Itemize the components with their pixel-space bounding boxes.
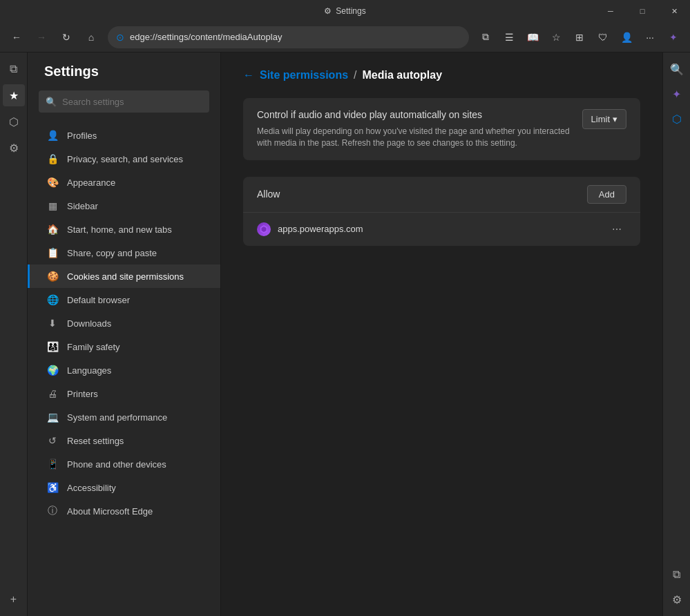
title-text: Settings <box>336 6 365 16</box>
nav-item-appearance[interactable]: 🎨 Appearance <box>28 171 220 194</box>
nav-label-appearance: Appearance <box>67 177 115 188</box>
nav-item-about[interactable]: ⓘ About Microsoft Edge <box>28 499 220 523</box>
toolbar-right-buttons: ⧉ ☰ 📖 ☆ ⊞ 🛡 👤 ··· ✦ <box>475 26 684 48</box>
nav-label-languages: Languages <box>67 365 111 376</box>
phone-icon: 📱 <box>46 458 59 470</box>
edge-logo: ⊙ <box>116 32 124 43</box>
nav-label-system: System and performance <box>67 412 167 423</box>
settings-sidebar: Settings 🔍 👤 Profiles 🔒 Privacy, search,… <box>28 52 221 616</box>
add-site-button[interactable]: Add <box>587 185 626 204</box>
copilot-toolbar-icon[interactable]: ✦ <box>662 26 684 48</box>
downloads-icon: ⬇ <box>46 317 59 329</box>
nav-item-system[interactable]: 💻 System and performance <box>28 405 220 429</box>
profile-icon[interactable]: 👤 <box>615 26 638 48</box>
system-icon: 💻 <box>46 411 59 423</box>
vert-favorites-icon[interactable]: ★ <box>3 84 25 106</box>
vert-tabs-icon[interactable]: ⧉ <box>3 58 25 80</box>
menu-icon[interactable]: ··· <box>639 26 661 48</box>
languages-icon: 🌍 <box>46 364 59 376</box>
limit-label: Limit <box>591 114 610 124</box>
nav-label-family-safety: Family safety <box>67 342 120 352</box>
site-info: apps.powerapps.com <box>257 222 363 236</box>
url-text: edge://settings/content/mediaAutoplay <box>130 32 282 42</box>
control-card-left: Control if audio and video play automati… <box>257 109 571 149</box>
forward-button[interactable]: → <box>30 26 52 48</box>
nav-label-about: About Microsoft Edge <box>67 506 153 517</box>
right-search-icon[interactable]: 🔍 <box>666 58 688 80</box>
search-icon: 🔍 <box>46 97 57 107</box>
browser-content: ⧉ ★ ⬡ ⚙ + Settings 🔍 👤 Profiles 🔒 Privac… <box>0 52 690 616</box>
search-box[interactable]: 🔍 <box>39 90 209 113</box>
search-input[interactable] <box>62 97 202 107</box>
home-button[interactable]: ⌂ <box>80 26 102 48</box>
site-name: apps.powerapps.com <box>278 224 363 234</box>
back-button[interactable]: ← <box>6 26 28 48</box>
nav-item-start-home[interactable]: 🏠 Start, home, and new tabs <box>28 218 220 241</box>
nav-item-downloads[interactable]: ⬇ Downloads <box>28 311 220 335</box>
breadcrumb-current: Media autoplay <box>363 69 443 81</box>
allow-title: Allow <box>257 189 280 200</box>
cookies-icon: 🍪 <box>46 270 59 282</box>
collections-icon[interactable]: ☰ <box>498 26 520 48</box>
main-content: ← Site permissions / Media autoplay Cont… <box>221 52 662 616</box>
split-screen-icon[interactable]: ⧉ <box>475 26 497 48</box>
start-home-icon: 🏠 <box>46 223 59 235</box>
right-copilot-icon[interactable]: ✦ <box>666 83 688 105</box>
right-sidebar-toggle-icon[interactable]: ⧉ <box>666 564 688 586</box>
close-button[interactable]: ✕ <box>658 0 690 22</box>
limit-dropdown-button[interactable]: Limit ▾ <box>582 109 626 129</box>
nav-label-sidebar: Sidebar <box>67 201 98 211</box>
nav-label-default-browser: Default browser <box>67 295 130 305</box>
nav-label-accessibility: Accessibility <box>67 483 116 493</box>
browser-essentials-icon[interactable]: 🛡 <box>592 26 614 48</box>
breadcrumb: ← Site permissions / Media autoplay <box>243 69 640 81</box>
nav-item-accessibility[interactable]: ♿ Accessibility <box>28 476 220 499</box>
nav-label-profiles: Profiles <box>67 131 97 141</box>
nav-item-reset[interactable]: ↺ Reset settings <box>28 429 220 452</box>
vert-add-icon[interactable]: + <box>3 588 25 610</box>
about-icon: ⓘ <box>46 505 59 517</box>
site-row: apps.powerapps.com ⋯ <box>243 213 640 246</box>
minimize-button[interactable]: ─ <box>595 0 626 22</box>
breadcrumb-parent-link[interactable]: Site permissions <box>260 69 348 81</box>
site-more-button[interactable]: ⋯ <box>607 220 626 239</box>
more-icon: ⋯ <box>612 224 622 235</box>
control-description: Media will play depending on how you've … <box>257 126 571 149</box>
nav-item-languages[interactable]: 🌍 Languages <box>28 358 220 382</box>
sidebar-icon: ▦ <box>46 200 59 212</box>
nav-label-printers: Printers <box>67 389 98 399</box>
dropdown-chevron-icon: ▾ <box>613 114 617 124</box>
profiles-icon: 👤 <box>46 129 59 142</box>
nav-item-sidebar[interactable]: ▦ Sidebar <box>28 194 220 218</box>
right-sidebar: 🔍 ✦ ⬡ ⧉ ⚙ <box>662 52 690 616</box>
ebook-icon[interactable]: 📖 <box>521 26 544 48</box>
default-browser-icon: 🌐 <box>46 293 59 306</box>
nav-item-profiles[interactable]: 👤 Profiles <box>28 124 220 147</box>
favorites-icon[interactable]: ☆ <box>545 26 567 48</box>
right-settings-icon[interactable]: ⚙ <box>666 588 688 610</box>
site-favicon <box>257 222 271 236</box>
vert-settings-icon[interactable]: ⚙ <box>3 137 25 159</box>
privacy-icon: 🔒 <box>46 153 59 165</box>
settings-gear-icon: ⚙ <box>324 6 332 16</box>
vert-extensions-icon[interactable]: ⬡ <box>3 110 25 133</box>
maximize-button[interactable]: □ <box>626 0 658 22</box>
nav-item-phone[interactable]: 📱 Phone and other devices <box>28 452 220 476</box>
reset-icon: ↺ <box>46 434 59 447</box>
address-bar[interactable]: ⊙ edge://settings/content/mediaAutoplay <box>108 26 469 48</box>
nav-item-printers[interactable]: 🖨 Printers <box>28 382 220 405</box>
nav-item-default-browser[interactable]: 🌐 Default browser <box>28 288 220 311</box>
breadcrumb-separator: / <box>354 69 356 81</box>
nav-item-share-copy[interactable]: 📋 Share, copy and paste <box>28 241 220 264</box>
nav-item-family-safety[interactable]: 👨‍👩‍👧 Family safety <box>28 335 220 358</box>
title-bar-center: ⚙ Settings <box>324 6 365 16</box>
allow-section: Allow Add apps.powerapps.com ⋯ <box>243 177 640 246</box>
title-bar: ⚙ Settings ─ □ ✕ <box>0 0 690 22</box>
refresh-button[interactable]: ↻ <box>55 26 77 48</box>
collections-btn-icon[interactable]: ⊞ <box>568 26 591 48</box>
right-outlook-icon[interactable]: ⬡ <box>666 108 688 130</box>
nav-item-cookies[interactable]: 🍪 Cookies and site permissions <box>28 264 220 288</box>
breadcrumb-back-button[interactable]: ← <box>243 69 254 81</box>
nav-item-privacy[interactable]: 🔒 Privacy, search, and services <box>28 147 220 171</box>
nav-label-start-home: Start, home, and new tabs <box>67 224 172 235</box>
